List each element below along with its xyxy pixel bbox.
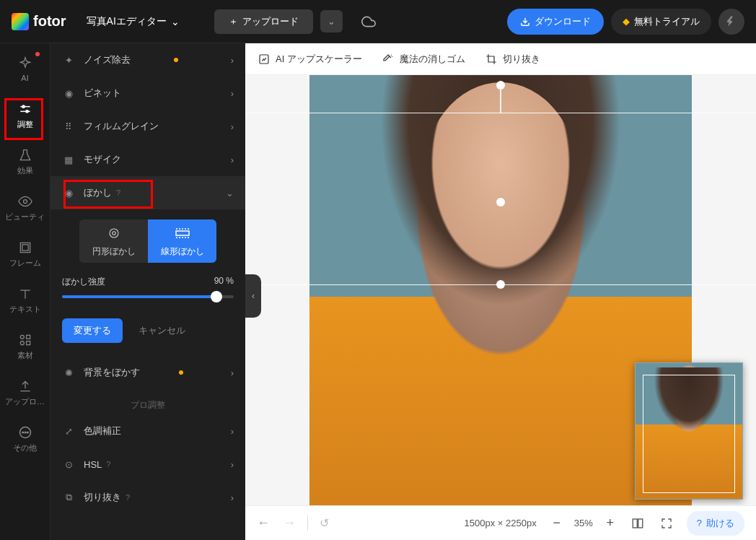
tool-crop[interactable]: 切り抜き	[485, 53, 540, 66]
help-icon[interactable]: ?	[116, 188, 120, 197]
nav-text[interactable]: テキスト	[0, 277, 50, 323]
tool-label: 魔法の消しゴム	[400, 53, 465, 66]
upload-label: アップロード	[242, 15, 299, 28]
panel-mosaic[interactable]: ▦ モザイク ›	[50, 143, 245, 176]
nav-ai[interactable]: AI	[0, 46, 50, 92]
frame-icon	[18, 240, 32, 255]
panel-blur[interactable]: ◉ ぼかし ? ⌄	[50, 176, 245, 209]
nav-upload[interactable]: アップロ…	[0, 370, 50, 416]
help-icon[interactable]: ?	[106, 460, 110, 469]
tool-ai-upscaler[interactable]: AI アップスケーラー	[258, 53, 362, 66]
panel-hsl[interactable]: ⊙ HSL ? ›	[50, 448, 245, 481]
zoom-value: 35%	[574, 518, 593, 528]
minimap-viewport[interactable]	[643, 375, 735, 493]
svg-rect-17	[176, 231, 189, 235]
upload-button[interactable]: ＋ アップロード	[214, 9, 313, 34]
apply-button[interactable]: 変更する	[62, 318, 123, 343]
nav-adjust[interactable]: 調整	[0, 92, 50, 139]
redo-button[interactable]: →	[283, 515, 296, 531]
cancel-button[interactable]: キャンセル	[130, 318, 194, 343]
chevron-right-icon: ›	[231, 55, 234, 66]
tab-label: 線形ぼかし	[161, 245, 204, 258]
blur-tab-linear[interactable]: 線形ぼかし	[148, 219, 216, 263]
help-icon[interactable]: ?	[126, 493, 130, 502]
eye-icon	[18, 194, 32, 209]
panel-item-label: HSL	[84, 459, 102, 470]
panel-item-label: 切り抜き	[84, 491, 121, 504]
zoom-controls: − 35% +	[547, 513, 620, 534]
svg-point-15	[110, 229, 118, 238]
zoom-in-button[interactable]: +	[600, 513, 620, 534]
nav-beauty[interactable]: ビューティ	[0, 185, 50, 231]
panel-vignette[interactable]: ◉ ビネット ›	[50, 77, 245, 110]
svg-point-1	[22, 105, 24, 108]
text-icon	[18, 287, 32, 301]
panel-crop-pro[interactable]: ⧉ 切り抜き ? ›	[50, 481, 245, 514]
tab-label: 円形ぼかし	[92, 245, 136, 258]
panel-blur-background[interactable]: ✺ 背景をぼかす ›	[50, 356, 245, 389]
fit-screen-button[interactable]	[655, 512, 678, 535]
left-nav: AI 調整 効果 ビューティ フレーム テキスト 素材 アップロ… その他	[0, 43, 50, 540]
download-button[interactable]: ダウンロード	[507, 9, 604, 35]
navigator-minimap[interactable]	[635, 362, 743, 500]
compare-button[interactable]	[626, 512, 649, 535]
tool-label: AI アップスケーラー	[276, 53, 362, 66]
header-right: ダウンロード ◆ 無料トライアル	[507, 9, 744, 35]
upload-dropdown[interactable]: ⌄	[320, 10, 343, 32]
canvas-dimensions: 1500px × 2250px	[465, 518, 537, 528]
zoom-out-button[interactable]: −	[547, 513, 567, 534]
bird-icon	[724, 14, 739, 29]
slider-fill	[62, 295, 216, 298]
app-header: fotor 写真AIエディター ⌄ ＋ アップロード ⌄ ダウンロード ◆ 無料…	[0, 0, 756, 43]
nav-label: その他	[13, 443, 37, 453]
history-clock-button[interactable]: ↺	[320, 516, 329, 530]
cloud-button[interactable]	[356, 9, 382, 35]
panel-item-label: ビネット	[84, 87, 121, 100]
svg-rect-6	[22, 244, 27, 250]
nav-elements[interactable]: 素材	[0, 323, 50, 370]
panel-collapse-toggle[interactable]: ‹	[245, 274, 261, 318]
noise-icon: ✦	[62, 55, 75, 66]
undo-button[interactable]: ←	[257, 515, 270, 531]
blur-intensity-slider[interactable]	[62, 295, 234, 298]
panel-noise-reduction[interactable]: ✦ ノイズ除去 ›	[50, 43, 245, 77]
blur-icon: ◉	[62, 188, 75, 199]
brand-logo[interactable]: fotor	[12, 13, 66, 30]
download-label: ダウンロード	[535, 15, 591, 28]
nav-more[interactable]: その他	[0, 416, 50, 462]
plus-icon: ＋	[229, 15, 238, 28]
sparkle-icon	[18, 56, 32, 71]
chevron-right-icon: ›	[231, 459, 234, 470]
blur-handle-bottom[interactable]	[496, 280, 505, 289]
nav-frame[interactable]: フレーム	[0, 231, 50, 277]
canvas-stage[interactable]	[245, 75, 756, 540]
blur-tab-circular[interactable]: 円形ぼかし	[79, 219, 148, 263]
cloud-icon	[361, 14, 376, 29]
intensity-label: ぼかし強度	[62, 276, 105, 288]
history-controls: ← →	[257, 515, 296, 531]
blur-handle-center[interactable]	[496, 198, 505, 206]
editor-mode-dropdown[interactable]: 写真AIエディター ⌄	[87, 15, 180, 28]
user-avatar[interactable]	[718, 9, 744, 35]
panel-film-grain[interactable]: ⠿ フィルムグレイン ›	[50, 110, 245, 143]
slider-thumb[interactable]	[211, 291, 222, 302]
upscale-icon	[258, 53, 270, 65]
nav-label: 調整	[17, 119, 33, 130]
fotor-logo-icon	[12, 13, 29, 30]
nav-effects[interactable]: 効果	[0, 139, 50, 185]
chevron-right-icon: ›	[231, 154, 234, 165]
help-button[interactable]: ? 助ける	[687, 511, 744, 536]
circle-blur-icon	[106, 225, 122, 241]
compare-icon	[631, 517, 644, 530]
tool-magic-eraser[interactable]: 魔法の消しゴム	[382, 53, 465, 66]
blur-guide-line-top[interactable]	[245, 113, 756, 113]
more-icon	[18, 425, 32, 440]
panel-color-correction[interactable]: ⤢ 色調補正 ›	[50, 414, 245, 448]
tool-label: 切り抜き	[503, 53, 540, 66]
chevron-right-icon: ›	[231, 367, 234, 378]
free-trial-button[interactable]: ◆ 無料トライアル	[611, 9, 711, 35]
crop-icon	[485, 53, 497, 65]
svg-point-16	[112, 231, 115, 235]
new-dot	[174, 58, 178, 62]
blur-intensity-row: ぼかし強度 90 %	[62, 276, 234, 298]
